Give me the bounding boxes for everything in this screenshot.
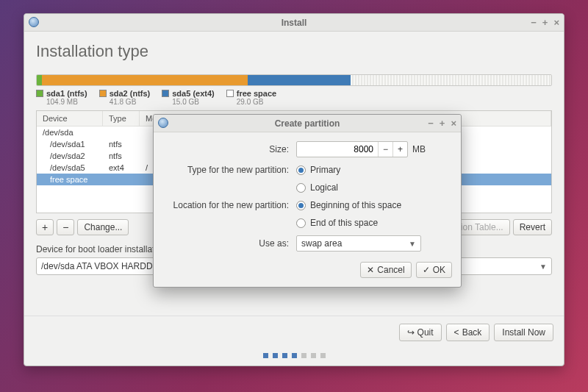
radio-logical[interactable]: Logical — [296, 182, 338, 193]
radio-end[interactable]: End of this space — [296, 218, 378, 228]
page-title: Installation type — [36, 42, 552, 61]
check-icon: ✓ — [423, 265, 430, 275]
radio-beginning[interactable]: Beginning of this space — [296, 200, 401, 210]
maximize-icon[interactable]: + — [440, 118, 445, 129]
window-title: Install — [282, 18, 307, 28]
minimize-icon[interactable]: − — [531, 17, 537, 28]
cancel-button[interactable]: ✕Cancel — [360, 262, 411, 278]
increment-button[interactable]: + — [392, 142, 407, 157]
swatch-icon — [99, 90, 107, 97]
close-icon[interactable]: × — [451, 118, 456, 129]
radio-primary[interactable]: Primary — [296, 165, 340, 175]
size-input[interactable] — [297, 144, 378, 154]
close-icon[interactable]: × — [553, 17, 559, 28]
app-icon — [29, 17, 40, 29]
legend-item: sda2 (ntfs)41.8 GB — [99, 89, 151, 106]
step-indicator — [24, 349, 564, 366]
chevron-down-icon: ▼ — [539, 263, 547, 271]
bar-seg-sda5 — [248, 75, 351, 85]
swatch-icon — [226, 90, 234, 97]
titlebar: Install − + × — [24, 14, 564, 32]
x-icon: ✕ — [367, 265, 374, 275]
col-device: Device — [37, 111, 103, 126]
ok-button[interactable]: ✓OK — [416, 262, 452, 278]
size-spinner[interactable]: − + — [296, 141, 408, 157]
chevron-left-icon: < — [454, 327, 459, 338]
quit-button[interactable]: ↪Quit — [399, 324, 442, 341]
col-type: Type — [103, 111, 140, 126]
bar-seg-sda1 — [37, 75, 42, 85]
legend-item: free space29.0 GB — [226, 89, 276, 106]
radio-icon — [296, 201, 306, 210]
bar-seg-sda2 — [42, 75, 248, 85]
maximize-icon[interactable]: + — [542, 17, 548, 28]
chevron-down-icon: ▼ — [409, 240, 416, 248]
partition-legend: sda1 (ntfs)104.9 MB sda2 (ntfs)41.8 GB s… — [36, 89, 552, 106]
dialog-titlebar: Create partition − + × — [154, 115, 461, 132]
wizard-footer: ↪Quit <Back Install Now — [24, 316, 564, 349]
radio-icon — [296, 165, 306, 175]
legend-item: sda1 (ntfs)104.9 MB — [36, 89, 87, 106]
use-as-label: Use as: — [164, 238, 296, 249]
type-label: Type for the new partition: — [164, 165, 296, 175]
dialog-title: Create partition — [275, 118, 340, 129]
swatch-icon — [36, 90, 43, 97]
swatch-icon — [162, 90, 169, 97]
location-label: Location for the new partition: — [164, 200, 296, 210]
install-now-button[interactable]: Install Now — [494, 324, 553, 341]
radio-icon — [296, 183, 306, 193]
boot-loader-value: /dev/sda ATA VBOX HARDDISK — [41, 261, 167, 271]
partition-bar — [36, 74, 552, 86]
quit-icon: ↪ — [407, 327, 415, 338]
minimize-icon[interactable]: − — [428, 118, 434, 129]
size-unit: MB — [412, 144, 426, 154]
add-partition-button[interactable]: + — [36, 219, 54, 235]
remove-partition-button[interactable]: − — [57, 219, 74, 235]
revert-button[interactable]: Revert — [513, 219, 552, 235]
legend-item: sda5 (ext4)15.0 GB — [162, 89, 214, 106]
use-as-select[interactable]: swap area ▼ — [296, 235, 421, 252]
radio-icon — [296, 218, 306, 228]
create-partition-dialog: Create partition − + × Size: − + MB Type… — [153, 114, 462, 288]
back-button[interactable]: <Back — [446, 324, 490, 341]
size-label: Size: — [164, 144, 296, 154]
change-button[interactable]: Change... — [77, 219, 129, 235]
bar-seg-free — [351, 75, 551, 85]
decrement-button[interactable]: − — [378, 142, 392, 157]
app-icon — [158, 118, 170, 129]
use-as-value: swap area — [301, 238, 342, 249]
